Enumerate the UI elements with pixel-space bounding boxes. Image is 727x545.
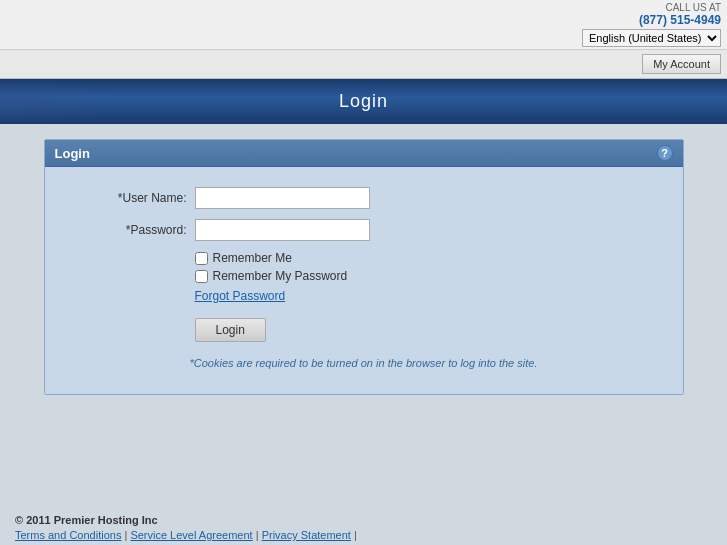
- remember-me-checkbox[interactable]: [195, 252, 208, 265]
- remember-password-row: Remember My Password: [195, 269, 653, 283]
- password-row: *Password:: [75, 219, 653, 241]
- login-button[interactable]: Login: [195, 318, 266, 342]
- top-bar: CALL US AT (877) 515-4949 English (Unite…: [0, 0, 727, 50]
- remember-section: Remember Me Remember My Password: [195, 251, 653, 283]
- page-title: Login: [0, 91, 727, 112]
- remember-me-row: Remember Me: [195, 251, 653, 265]
- terms-link[interactable]: Terms and Conditions: [15, 529, 121, 541]
- password-input[interactable]: [195, 219, 370, 241]
- sla-link[interactable]: Service Level Agreement: [130, 529, 252, 541]
- login-panel-header: Login ?: [45, 140, 683, 167]
- footer-copyright: © 2011 Premier Hosting Inc: [15, 514, 712, 526]
- footer-separator-3: |: [354, 529, 357, 541]
- remember-password-label[interactable]: Remember My Password: [213, 269, 348, 283]
- forgot-password-row: Forgot Password: [195, 289, 653, 303]
- account-bar: My Account: [0, 50, 727, 79]
- my-account-button[interactable]: My Account: [642, 54, 721, 74]
- header-banner: Login: [0, 79, 727, 124]
- login-panel-body: *User Name: *Password: Remember Me: [45, 167, 683, 394]
- footer: © 2011 Premier Hosting Inc Terms and Con…: [0, 504, 727, 545]
- login-panel-title: Login: [55, 146, 90, 161]
- username-row: *User Name:: [75, 187, 653, 209]
- privacy-link[interactable]: Privacy Statement: [262, 529, 351, 541]
- language-select[interactable]: English (United States): [582, 29, 721, 47]
- language-selector-wrapper[interactable]: English (United States): [582, 29, 721, 47]
- remember-me-label[interactable]: Remember Me: [213, 251, 292, 265]
- main-content: Login ? *User Name: *Password:: [0, 124, 727, 504]
- remember-password-checkbox[interactable]: [195, 270, 208, 283]
- forgot-password-link[interactable]: Forgot Password: [195, 289, 286, 303]
- phone-number: (877) 515-4949: [6, 13, 721, 27]
- password-label: *Password:: [75, 223, 195, 237]
- username-input[interactable]: [195, 187, 370, 209]
- username-label: *User Name:: [75, 191, 195, 205]
- login-button-row: Login: [195, 318, 653, 342]
- help-icon[interactable]: ?: [657, 145, 673, 161]
- footer-links: Terms and Conditions | Service Level Agr…: [15, 529, 712, 541]
- cookie-notice: *Cookies are required to be turned on in…: [75, 357, 653, 369]
- call-us-label: CALL US AT: [6, 2, 721, 13]
- login-panel: Login ? *User Name: *Password:: [44, 139, 684, 395]
